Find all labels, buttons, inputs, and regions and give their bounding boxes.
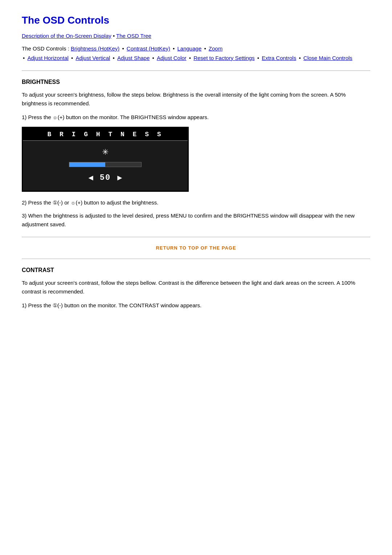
osd-slider-fill xyxy=(69,162,105,167)
breadcrumb-adjust-shape[interactable]: Adjust Shape xyxy=(117,55,150,61)
divider-top xyxy=(22,70,370,71)
page-title: The OSD Controls xyxy=(22,15,370,26)
breadcrumb-contrast[interactable]: Contrast (HotKey) xyxy=(127,45,170,52)
divider-return-top xyxy=(22,237,370,237)
osd-title-bar: B R I G H T N E S S xyxy=(23,128,188,141)
breadcrumb-language[interactable]: Language xyxy=(177,45,202,52)
breadcrumb: The OSD Controls : Brightness (HotKey) •… xyxy=(22,44,370,62)
osd-slider xyxy=(69,162,142,167)
osd-arrow-left-icon[interactable]: ◀ xyxy=(89,173,93,183)
brightness-description: To adjust your screen's brightness, foll… xyxy=(22,90,370,108)
brightness-step2: 2) Press the ①(-) or ☼(+) button to adju… xyxy=(22,198,370,207)
return-to-top[interactable]: RETURN TO TOP OF THE PAGE xyxy=(22,245,370,251)
nav-separator: • xyxy=(113,33,116,39)
divider-contrast-top xyxy=(22,259,370,259)
contrast-description: To adjust your screen's contrast, follow… xyxy=(22,279,370,296)
brightness-step1: 1) Press the ☼(+) button on the monitor.… xyxy=(22,113,370,122)
brightness-osd-window: B R I G H T N E S S ✳ ◀ 50 ▶ xyxy=(22,127,189,192)
breadcrumb-reset[interactable]: Reset to Factory Settings xyxy=(193,55,254,61)
osd-controls-row: ◀ 50 ▶ xyxy=(89,173,122,183)
brightness-title: BRIGHTNESS xyxy=(22,79,370,85)
nav-link-osd-tree[interactable]: The OSD Tree xyxy=(116,33,151,39)
breadcrumb-close-main[interactable]: Close Main Controls xyxy=(303,55,352,61)
return-to-top-link[interactable]: RETURN TO TOP OF THE PAGE xyxy=(156,245,236,251)
nav-link-description[interactable]: Description of the On-Screen Display xyxy=(22,33,111,39)
top-nav: Description of the On-Screen Display • T… xyxy=(22,33,370,39)
osd-content: ✳ ◀ 50 ▶ xyxy=(23,141,188,191)
breadcrumb-zoom[interactable]: Zoom xyxy=(209,45,222,52)
sun-icon: ✳ xyxy=(102,147,109,157)
breadcrumb-adjust-color[interactable]: Adjust Color xyxy=(157,55,187,61)
breadcrumb-prefix: The OSD Controls : xyxy=(22,45,71,52)
brightness-step3: 3) When the brightness is adjusted to th… xyxy=(22,211,370,229)
osd-arrow-right-icon[interactable]: ▶ xyxy=(117,173,122,183)
breadcrumb-adjust-horizontal[interactable]: Adjust Horizontal xyxy=(27,55,68,61)
osd-brightness-value: 50 xyxy=(100,173,111,182)
contrast-step1: 1) Press the ①(-) button on the monitor.… xyxy=(22,301,370,310)
contrast-title: CONTRAST xyxy=(22,267,370,274)
breadcrumb-extra-controls[interactable]: Extra Controls xyxy=(262,55,296,61)
breadcrumb-adjust-vertical[interactable]: Adjust Vertical xyxy=(75,55,110,61)
breadcrumb-brightness[interactable]: Brightness (HotKey) xyxy=(71,45,119,52)
